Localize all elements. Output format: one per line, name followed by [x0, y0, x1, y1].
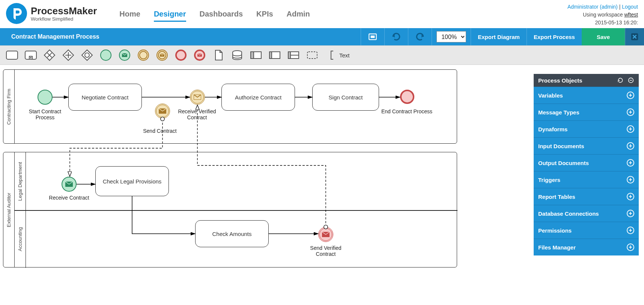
sidebar-item-dynaforms[interactable]: Dynaforms+ — [534, 120, 639, 137]
plus-icon[interactable]: + — [627, 227, 634, 234]
gateway-event-tool[interactable] — [80, 48, 94, 62]
process-toolbar: Contract Management Process 100% Export … — [0, 28, 644, 45]
plus-icon[interactable]: + — [627, 92, 634, 99]
plus-icon[interactable]: + — [627, 210, 634, 217]
task-check-amounts[interactable]: Check Amounts — [195, 220, 269, 247]
intermediate-receive-verified[interactable] — [190, 90, 205, 105]
start-event-label: Start Contract Process — [19, 108, 71, 120]
export-diagram-button[interactable]: Export Diagram — [471, 28, 527, 45]
lane-label-accounting: Accounting — [15, 210, 26, 268]
svg-rect-26 — [288, 52, 290, 59]
start-message-event-tool[interactable] — [118, 48, 131, 62]
send-contract-label: Send Contract — [137, 128, 182, 134]
close-designer-button[interactable] — [625, 28, 644, 45]
sidebar-item-input-documents[interactable]: Input Documents+ — [534, 137, 639, 154]
sidebar-item-database-connections[interactable]: Database Connections+ — [534, 205, 639, 222]
start-message-receive-contract[interactable] — [62, 177, 77, 192]
sidebar-item-variables[interactable]: Variables+ — [534, 87, 639, 104]
plus-icon[interactable]: + — [627, 108, 634, 116]
panel-title: Process Objects — [538, 77, 582, 84]
sidebar-item-files-manager[interactable]: Files Manager+ — [534, 239, 639, 255]
process-objects-panel: Process Objects Variables+ Message Types… — [534, 74, 639, 255]
blackbox-tool[interactable] — [287, 48, 300, 62]
lane-tool[interactable] — [268, 48, 281, 62]
end-event-label: End Contract Process — [381, 108, 433, 114]
brand-name: ProcessMaker — [31, 6, 97, 16]
export-process-button[interactable]: Export Process — [527, 28, 582, 45]
end-message-event-tool[interactable] — [193, 48, 206, 62]
pool-external-auditor[interactable]: External Auditor Legal Department Accoun… — [3, 152, 457, 267]
plus-icon[interactable]: + — [627, 176, 634, 183]
start-event-tool[interactable] — [99, 48, 113, 62]
text-annotation-label: Text — [339, 52, 350, 59]
sidebar-item-permissions[interactable]: Permissions+ — [534, 222, 639, 239]
task-authorize-contract[interactable]: Authorize Contract — [221, 84, 295, 111]
subprocess-tool[interactable] — [24, 48, 38, 62]
text-annotation-tool[interactable]: Text — [324, 48, 351, 62]
gateway-exclusive-tool[interactable] — [43, 48, 56, 62]
header-right: Administrator (admin) | Logout Using wor… — [567, 3, 638, 27]
start-event[interactable] — [38, 90, 53, 105]
logo-area: ProcessMaker Workflow Simplified — [6, 3, 97, 24]
plus-icon[interactable]: + — [627, 243, 634, 251]
workspace-link[interactable]: wftest — [624, 12, 638, 18]
svg-point-8 — [101, 50, 111, 60]
workspace-prefix: Using workspace — [583, 12, 623, 18]
sidebar-item-output-documents[interactable]: Output Documents+ — [534, 154, 639, 171]
plus-icon[interactable]: + — [627, 142, 634, 150]
intermediate-event-tool[interactable] — [137, 48, 150, 62]
data-object-tool[interactable] — [212, 48, 225, 62]
plus-icon[interactable]: + — [627, 159, 634, 167]
pool-tool[interactable] — [249, 48, 263, 62]
receive-contract-label: Receive Contract — [43, 195, 95, 201]
undo-button[interactable] — [384, 28, 408, 45]
redo-button[interactable] — [408, 28, 432, 45]
svg-rect-21 — [251, 52, 254, 59]
end-message-send-verified[interactable] — [318, 227, 333, 242]
sidebar-item-message-types[interactable]: Message Types+ — [534, 104, 639, 120]
boundary-send-contract[interactable] — [155, 104, 170, 119]
user-sep: | — [619, 4, 621, 10]
nav-item-dashboards[interactable]: Dashboards — [200, 10, 243, 22]
svg-rect-27 — [307, 52, 317, 59]
current-user-link[interactable]: Administrator (admin) — [567, 4, 618, 10]
workspace: Contracting Firm External Auditor Legal … — [0, 65, 644, 297]
collapse-icon[interactable] — [627, 77, 634, 84]
data-store-tool[interactable] — [230, 48, 244, 62]
sidebar-item-triggers[interactable]: Triggers+ — [534, 171, 639, 188]
fullscreen-button[interactable] — [361, 28, 384, 45]
svg-rect-2 — [371, 36, 375, 38]
save-button[interactable]: Save — [582, 28, 625, 45]
zoom-select[interactable]: 100% — [436, 31, 466, 42]
logo-icon — [6, 3, 27, 24]
nav-item-home[interactable]: Home — [119, 10, 140, 22]
plus-icon[interactable]: + — [627, 193, 634, 200]
plus-icon[interactable]: + — [627, 125, 634, 133]
end-event[interactable] — [400, 90, 414, 104]
nav-item-designer[interactable]: Designer — [154, 10, 186, 22]
pool-label-external-auditor: External Auditor — [3, 152, 15, 267]
svg-point-16 — [176, 50, 186, 60]
server-timestamp: 2015-05-13 16:20: — [567, 19, 638, 27]
svg-rect-4 — [6, 51, 18, 59]
panel-header: Process Objects — [534, 74, 639, 87]
intermediate-message-event-tool[interactable] — [155, 48, 169, 62]
task-negotiate-contract[interactable]: Negotiate Contract — [68, 84, 142, 111]
refresh-icon[interactable] — [617, 77, 624, 84]
end-event-tool[interactable] — [174, 48, 188, 62]
send-verified-label: Send Verified Contract — [299, 245, 352, 257]
logout-link[interactable]: Logout — [622, 4, 638, 10]
shape-toolbar: Text — [0, 45, 644, 65]
gateway-parallel-tool[interactable] — [62, 48, 75, 62]
task-check-legal[interactable]: Check Legal Provisions — [95, 166, 169, 196]
nav-item-admin[interactable]: Admin — [287, 10, 310, 22]
task-sign-contract[interactable]: Sign Contract — [312, 84, 379, 111]
bpmn-canvas[interactable]: Contracting Firm External Auditor Legal … — [0, 65, 527, 297]
task-tool[interactable] — [5, 48, 19, 62]
sidebar-item-report-tables[interactable]: Report Tables+ — [534, 188, 639, 205]
process-title: Contract Management Process — [0, 33, 289, 40]
zoom-control[interactable]: 100% — [432, 28, 471, 45]
app-header: ProcessMaker Workflow Simplified Home De… — [0, 0, 644, 28]
nav-item-kpis[interactable]: KPIs — [256, 10, 273, 22]
group-tool[interactable] — [305, 48, 319, 62]
